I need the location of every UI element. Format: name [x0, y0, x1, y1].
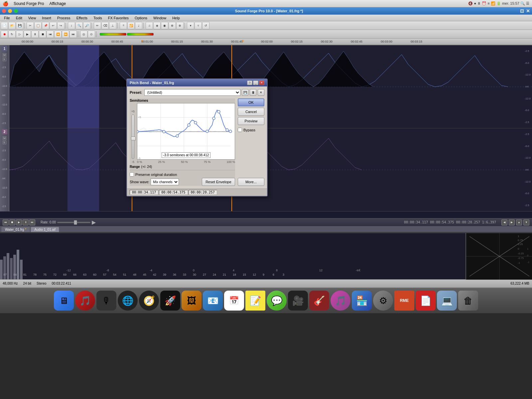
- tb-copy[interactable]: 📋: [34, 22, 42, 29]
- dock-trash[interactable]: 🗑: [458, 291, 478, 311]
- ok-button[interactable]: OK: [238, 98, 264, 106]
- more-button[interactable]: More...: [238, 178, 264, 186]
- dock-notes[interactable]: 📝: [245, 291, 265, 311]
- tb-undo[interactable]: ↩: [50, 22, 57, 29]
- menu-tools[interactable]: Tools: [91, 15, 105, 21]
- window-close-button[interactable]: ✕: [526, 8, 530, 14]
- show-wave-select[interactable]: Mix channels Left Right: [151, 179, 179, 185]
- tb-pencil[interactable]: ✏: [94, 22, 101, 29]
- tb-select[interactable]: ↕: [68, 22, 75, 29]
- track2-solo[interactable]: S: [3, 141, 6, 144]
- close-button[interactable]: [2, 9, 6, 13]
- dock-messages[interactable]: 💬: [267, 291, 287, 311]
- menu-process[interactable]: Process: [55, 15, 73, 21]
- maximize-button[interactable]: [14, 9, 18, 13]
- scroll-up[interactable]: ▲: [516, 219, 522, 225]
- menu-affichage[interactable]: Affichage: [49, 1, 66, 6]
- tab-water01[interactable]: Water_01.frg *: [1, 227, 30, 232]
- dock-music1[interactable]: 🎵: [75, 291, 95, 311]
- tb-record[interactable]: ⏺: [1, 31, 8, 38]
- preset-select[interactable]: (Untitled): [144, 89, 240, 96]
- transport-pause[interactable]: ⏸: [23, 219, 29, 225]
- tb-fx1[interactable]: ♫: [146, 22, 153, 29]
- preview-button[interactable]: Preview: [238, 117, 264, 125]
- menu-options[interactable]: Options: [132, 15, 150, 21]
- track1-solo[interactable]: S: [3, 58, 6, 61]
- menu-window[interactable]: Window: [151, 15, 169, 21]
- dock-photos[interactable]: 🖼: [182, 291, 201, 311]
- tb-zoom-out[interactable]: 🔎: [83, 22, 90, 29]
- tb-loop[interactable]: 🔁: [127, 22, 135, 29]
- transport-play[interactable]: ▶: [16, 219, 22, 225]
- y-slider-track[interactable]: [132, 114, 134, 159]
- apple-menu[interactable]: 🍎: [3, 1, 8, 6]
- dock-finder[interactable]: 🖥: [54, 291, 74, 311]
- menu-edit[interactable]: Edit: [13, 15, 25, 21]
- scroll-down[interactable]: ▼: [523, 219, 529, 225]
- tb-cut[interactable]: ✂: [27, 22, 34, 29]
- dialog-help-button[interactable]: ?: [247, 80, 252, 85]
- reset-envelope-button[interactable]: Reset Envelope: [202, 178, 235, 186]
- tb-cycle[interactable]: ↻: [8, 31, 16, 38]
- dock-guitar[interactable]: 🎸: [309, 291, 329, 311]
- tb-snap[interactable]: ⌗: [120, 22, 127, 29]
- rate-thumb[interactable]: [74, 220, 77, 225]
- transport-next[interactable]: ⏭: [29, 219, 35, 225]
- tb-rew[interactable]: ⏪: [54, 31, 62, 38]
- track1-waveform[interactable]: -2.5 -6.0 -12.0 -Inf. -12.0 -6.0 -2.5: [9, 45, 532, 128]
- tb-loop2[interactable]: ↺: [202, 22, 209, 29]
- preset-delete-button[interactable]: 🗑: [250, 89, 256, 96]
- menu-fxfavorites[interactable]: FX Favorites: [105, 15, 131, 21]
- track1-mute[interactable]: M: [3, 53, 6, 57]
- menu-file[interactable]: File: [1, 15, 13, 21]
- tb-stop[interactable]: ⏹: [39, 31, 46, 38]
- minimize-button[interactable]: [8, 9, 12, 13]
- tb-play-from-cursor[interactable]: ▷: [16, 31, 23, 38]
- dock-itunes[interactable]: 🎵: [331, 291, 350, 311]
- tb-fwd[interactable]: ⏩: [62, 31, 69, 38]
- menu-insert[interactable]: Insert: [39, 15, 54, 21]
- y-slider-thumb[interactable]: [131, 137, 136, 141]
- menu-view[interactable]: View: [26, 15, 39, 21]
- dock-appstore[interactable]: 🏪: [352, 291, 372, 311]
- scroll-right[interactable]: ▶: [509, 219, 515, 225]
- bypass-checkbox[interactable]: [238, 128, 242, 132]
- tb-paste[interactable]: 📌: [42, 22, 49, 29]
- tb-punch[interactable]: ⊙: [88, 31, 95, 38]
- track2-waveform[interactable]: -2.5 -6.0 -12.0 -Inf. -12.0 -6.0 -2.5: [9, 128, 532, 211]
- tb-scrub[interactable]: ◎: [80, 31, 87, 38]
- menu-help[interactable]: Help: [170, 15, 183, 21]
- tb-open[interactable]: 📂: [8, 22, 16, 29]
- menu-effects[interactable]: Effects: [74, 15, 90, 21]
- cancel-button[interactable]: Cancel: [238, 108, 264, 116]
- dock-firefox[interactable]: 🌐: [118, 291, 138, 311]
- rate-slider[interactable]: [57, 222, 90, 223]
- envelope-graph[interactable]: +5 -5 -3.0 semitones at 00:00:38.412: [137, 103, 235, 160]
- tb-normalize[interactable]: ⊥: [109, 22, 116, 29]
- tb-fx3[interactable]: ◉: [161, 22, 168, 29]
- tab-audio1[interactable]: Audio 1_01.aif: [31, 227, 59, 232]
- dock-rme[interactable]: RME: [394, 291, 414, 311]
- tb-new[interactable]: 📄: [1, 22, 8, 29]
- dialog-close-button[interactable]: ✕: [259, 80, 264, 85]
- tb-save[interactable]: 💾: [16, 22, 23, 29]
- preset-save-button[interactable]: 💾: [242, 89, 248, 96]
- tb-prev[interactable]: ⏮: [47, 31, 54, 38]
- dock-mail[interactable]: 📧: [203, 291, 223, 311]
- tb-metronome[interactable]: ♩: [135, 22, 142, 29]
- dock-pdf[interactable]: 📄: [416, 291, 436, 311]
- dock-rocket[interactable]: 🚀: [160, 291, 180, 311]
- transport-prev[interactable]: ⏮: [3, 219, 9, 225]
- tb-play[interactable]: ▶: [24, 31, 31, 38]
- tb-fx4[interactable]: ⊕: [169, 22, 176, 29]
- menu-soundforge[interactable]: Sound Forge Pro: [14, 1, 44, 6]
- restore-button[interactable]: ⊡: [520, 8, 524, 14]
- tb-fx2[interactable]: ◈: [153, 22, 161, 29]
- dock-music2[interactable]: 🎙: [96, 291, 116, 311]
- scroll-left[interactable]: ◀: [501, 219, 507, 225]
- tb-pause[interactable]: ⏸: [31, 31, 39, 38]
- preserve-checkbox[interactable]: [130, 172, 134, 177]
- tb-fx5[interactable]: ⊗: [176, 22, 184, 29]
- transport-stop[interactable]: ⏹: [9, 219, 15, 225]
- tb-zoom-in[interactable]: 🔍: [75, 22, 83, 29]
